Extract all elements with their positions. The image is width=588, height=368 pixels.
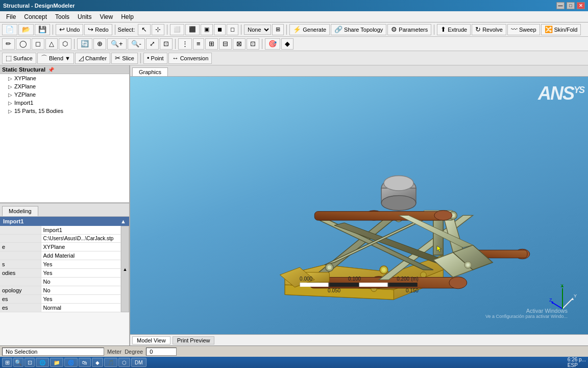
- prop-value[interactable]: Yes: [41, 269, 121, 278]
- view3d-btn1[interactable]: ⋮: [178, 38, 192, 50]
- props-scrollbar[interactable]: ▲: [121, 226, 129, 312]
- props-header: Import1 ▲: [0, 217, 129, 226]
- chamfer-label: Chamfer: [85, 55, 107, 61]
- tree-item-zxplane[interactable]: ▷ ZXPlane: [0, 82, 129, 90]
- surface-button[interactable]: ⬚Surface: [2, 53, 36, 64]
- prop-value[interactable]: Normal: [41, 304, 121, 312]
- menu-concept[interactable]: Concept: [20, 12, 51, 21]
- prop-value[interactable]: XYPlane: [41, 243, 121, 251]
- sketch-btn3[interactable]: ◻: [32, 38, 44, 50]
- chamfer-button[interactable]: ◿Chamfer: [75, 53, 110, 64]
- prop-value[interactable]: Yes: [41, 260, 121, 269]
- print-preview-tab[interactable]: Print Preview: [173, 336, 215, 344]
- prop-row: es Yes: [0, 295, 121, 304]
- sketch-btn4[interactable]: △: [45, 38, 58, 50]
- taskbar-store[interactable]: 🛍: [79, 358, 91, 367]
- select-mode-btn2[interactable]: ⊹: [152, 24, 164, 35]
- prop-value[interactable]: Import1: [41, 226, 121, 235]
- prop-value[interactable]: C:\Users\Asus\D...\CarJack.stp: [41, 235, 121, 243]
- sketch-btn2[interactable]: ◯: [16, 38, 31, 50]
- undo-button[interactable]: ↩Undo: [56, 24, 83, 35]
- zoom-in-button[interactable]: 🔍+: [107, 38, 127, 50]
- view3d-btn2[interactable]: ≡: [193, 38, 204, 50]
- prop-value[interactable]: Add Material: [41, 251, 121, 260]
- taskbar-chrome[interactable]: 🌐: [36, 358, 49, 367]
- svg-point-9: [449, 277, 467, 289]
- save-button[interactable]: 💾: [35, 24, 50, 35]
- generate-button[interactable]: ⚡Generate: [289, 24, 330, 35]
- tree-item-parts[interactable]: ▷ 15 Parts, 15 Bodies: [0, 107, 129, 115]
- zoom-select-button[interactable]: ⊡: [160, 38, 173, 50]
- extrude-button[interactable]: ⬆Extrude: [437, 24, 471, 35]
- sweep-button[interactable]: 〰Sweep: [507, 24, 540, 35]
- taskbar-anki[interactable]: ⬡: [118, 358, 130, 367]
- taskbar-icon-search[interactable]: 🔍: [13, 358, 23, 367]
- taskbar-ansys[interactable]: ◆: [92, 358, 103, 367]
- nav-btn2[interactable]: ⊕: [93, 38, 106, 50]
- tree-item-xyplane[interactable]: ▷ XYPlane: [0, 74, 129, 82]
- open-button[interactable]: 📂: [18, 24, 34, 35]
- taskbar-dm[interactable]: DM: [131, 358, 146, 367]
- view3d-btn4[interactable]: ⊟: [219, 38, 232, 50]
- none-dropdown[interactable]: None: [244, 25, 271, 35]
- props-collapse-btn[interactable]: ▲: [120, 218, 126, 224]
- menu-help[interactable]: Help: [117, 12, 138, 21]
- svg-line-46: [562, 298, 573, 309]
- parameters-button[interactable]: ⚙Parameters: [387, 24, 431, 35]
- extra-btn[interactable]: ⊞: [272, 24, 284, 35]
- tree-item-yzplane[interactable]: ▷ YZPlane: [0, 90, 129, 99]
- zoom-fit-button[interactable]: ⤢: [146, 38, 159, 50]
- title-bar: Structural - DesignModeler — □ ✕: [0, 0, 588, 11]
- revolve-button[interactable]: ↻Revolve: [472, 24, 506, 35]
- skinfold-button[interactable]: 🔀Skin/Fold: [541, 24, 581, 35]
- props-title: Import1: [3, 218, 23, 224]
- menu-file[interactable]: File: [2, 12, 20, 21]
- start-button[interactable]: ⊞: [2, 358, 12, 367]
- sketch-btn1[interactable]: ✏: [2, 38, 15, 50]
- select-mode-btn[interactable]: ↖: [138, 24, 151, 35]
- graphics-area[interactable]: ANSYS: [130, 77, 588, 334]
- extra3d-btn2[interactable]: ◆: [281, 38, 293, 50]
- close-button[interactable]: ✕: [577, 2, 585, 9]
- view-btn2[interactable]: ⬛: [185, 24, 200, 35]
- new-button[interactable]: 📄: [2, 24, 17, 35]
- taskbar-spotify[interactable]: 🎵: [104, 358, 117, 367]
- slice-button[interactable]: ✂Slice: [111, 53, 138, 64]
- conversion-button[interactable]: ↔Conversion: [168, 53, 212, 64]
- tree-item-label2: ZXPlane: [14, 83, 36, 89]
- view-btn1[interactable]: ⬜: [170, 24, 184, 35]
- redo-button[interactable]: ↪Redo: [84, 24, 112, 35]
- taskbar-icon-task[interactable]: ⊡: [24, 358, 35, 367]
- model-view-tab[interactable]: Model View: [132, 336, 170, 344]
- prop-value[interactable]: No: [41, 278, 121, 286]
- maximize-button[interactable]: □: [567, 2, 575, 9]
- menu-tools[interactable]: Tools: [51, 12, 74, 21]
- view-btn3[interactable]: ▣: [201, 24, 213, 35]
- view3d-btn3[interactable]: ⊞: [205, 38, 218, 50]
- menu-view[interactable]: View: [95, 12, 117, 21]
- taskbar-edge[interactable]: 🌀: [64, 358, 78, 367]
- view-btn5[interactable]: ◻: [227, 24, 238, 35]
- share-topology-button[interactable]: 🔗Share Topology: [331, 24, 386, 35]
- extra3d-btn1[interactable]: 🎯: [265, 38, 280, 50]
- view-btn4[interactable]: ◼: [214, 24, 226, 35]
- view3d-btn6[interactable]: ⊡: [247, 38, 259, 50]
- point-button[interactable]: •Point: [143, 53, 167, 64]
- svg-rect-31: [314, 212, 443, 220]
- zoom-out-button[interactable]: 🔍-: [128, 38, 145, 50]
- prop-value[interactable]: Yes: [41, 295, 121, 304]
- tree-pin-button[interactable]: 📌: [47, 67, 55, 73]
- tree-item-import1[interactable]: ▷ Import1: [0, 99, 129, 107]
- blend-button[interactable]: ⌒Blend▼: [37, 53, 74, 64]
- sketch-btn5[interactable]: ⬡: [59, 38, 71, 50]
- value-field[interactable]: 0: [146, 348, 177, 356]
- menu-units[interactable]: Units: [74, 12, 95, 21]
- graphics-tab[interactable]: Graphics: [132, 67, 168, 76]
- minimize-button[interactable]: —: [556, 2, 565, 9]
- taskbar-explorer[interactable]: 📁: [50, 358, 63, 367]
- modeling-tab[interactable]: Modeling: [2, 206, 38, 216]
- prop-value[interactable]: No: [41, 286, 121, 295]
- sweep-label: Sweep: [519, 27, 536, 33]
- view3d-btn5[interactable]: ⊠: [233, 38, 246, 50]
- nav-btn1[interactable]: 🔄: [77, 38, 92, 50]
